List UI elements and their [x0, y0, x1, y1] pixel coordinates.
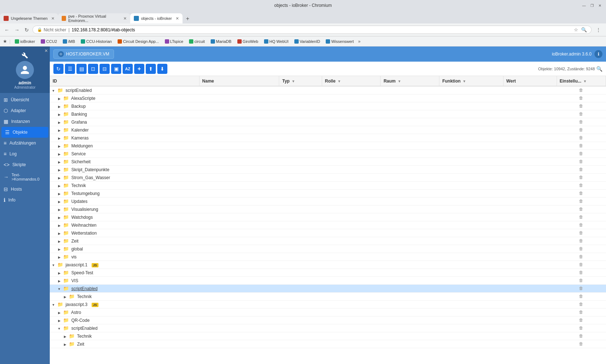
bookmark-variablenid[interactable]: VariablenID: [292, 39, 322, 44]
expand-row-btn[interactable]: ▶: [57, 192, 61, 196]
sidebar-item-skripte[interactable]: <> Skripte: [0, 159, 50, 170]
col-header-funktion[interactable]: Funktion ▼: [439, 76, 503, 86]
delete-button[interactable]: 🗑: [557, 221, 606, 229]
card-view-button[interactable]: ▤: [76, 64, 87, 74]
expand-row-btn[interactable]: ▶: [57, 97, 61, 101]
bookmark-imb[interactable]: iMB: [61, 39, 77, 44]
expand-row-btn[interactable]: ▶: [57, 168, 61, 172]
bookmark-giroweb[interactable]: GiroWeb: [235, 39, 260, 44]
sidebar-item-uebersicht[interactable]: ⊞ Übersicht: [0, 94, 50, 105]
sidebar-item-hosts[interactable]: ⊟ Hosts: [0, 184, 50, 195]
minimize-button[interactable]: —: [581, 3, 587, 8]
expand-row-btn[interactable]: ▶: [57, 279, 61, 283]
info-circle-icon[interactable]: ℹ: [594, 50, 602, 58]
bookmark-circuit[interactable]: Circuit Design App...: [115, 39, 161, 44]
delete-button[interactable]: 🗑: [557, 110, 606, 118]
sort-az-button[interactable]: AZ: [123, 64, 133, 74]
delete-button[interactable]: 🗑: [557, 102, 606, 110]
tab-proxmox[interactable]: pve - Proxmox Virtual Environm... ✕: [58, 13, 130, 23]
delete-button[interactable]: 🗑: [557, 284, 606, 292]
sidebar-item-info[interactable]: ℹ Info: [0, 195, 50, 205]
bookmark-historian[interactable]: CCU-Historian: [79, 39, 114, 44]
delete-button[interactable]: 🗑: [557, 142, 606, 150]
extensions-icon[interactable]: ⋮: [594, 26, 603, 34]
col-header-typ[interactable]: Typ ▼: [279, 76, 322, 86]
expand-row-btn[interactable]: ▶: [57, 239, 61, 244]
export-button[interactable]: ⬇: [157, 64, 167, 74]
delete-button[interactable]: 🗑: [557, 229, 606, 237]
url-box[interactable]: 🔒 Nicht sicher | 192.168.178.2:8081/#tab…: [32, 26, 592, 34]
delete-button[interactable]: 🗑: [557, 213, 606, 221]
bookmark-hqwebui[interactable]: HQ WebUI: [262, 39, 291, 44]
delete-button[interactable]: 🗑: [557, 173, 606, 181]
delete-button[interactable]: 🗑: [557, 261, 606, 268]
custom-view-button[interactable]: ▣: [111, 64, 121, 74]
delete-button[interactable]: 🗑: [557, 316, 606, 324]
delete-button[interactable]: 🗑: [557, 189, 606, 197]
delete-button[interactable]: 🗑: [557, 308, 606, 316]
expand-row-btn[interactable]: ▼: [57, 287, 61, 291]
expand-row-btn[interactable]: ▶: [57, 160, 61, 164]
delete-button[interactable]: 🗑: [557, 340, 606, 348]
expand-row-btn[interactable]: ▶: [63, 342, 67, 347]
delete-button[interactable]: 🗑: [557, 332, 606, 340]
expand-row-btn[interactable]: ▶: [57, 144, 61, 148]
expand-row-btn[interactable]: ▶: [57, 136, 61, 141]
bookmark-iobroker[interactable]: ioBroker: [13, 39, 37, 44]
bookmark-mariadb[interactable]: MariaDB: [208, 39, 234, 44]
expand-row-btn[interactable]: ▶: [57, 271, 61, 275]
sidebar-item-adapter[interactable]: ⬡ Adapter: [0, 105, 50, 116]
delete-button[interactable]: 🗑: [557, 150, 606, 157]
expand-row-btn[interactable]: ▼: [51, 89, 56, 93]
delete-button[interactable]: 🗑: [557, 237, 606, 245]
search-icon[interactable]: 🔍: [581, 27, 587, 32]
delete-button[interactable]: 🗑: [557, 268, 606, 276]
sidebar-item-text-kommandos[interactable]: → Text->Kommandos.0: [0, 170, 50, 184]
expand-row-btn[interactable]: ▶: [57, 128, 61, 133]
expand-row-btn[interactable]: ▶: [57, 223, 61, 228]
expand-row-btn[interactable]: ▶: [57, 105, 61, 109]
delete-button[interactable]: 🗑: [557, 324, 606, 332]
expand-row-btn[interactable]: ▼: [51, 263, 56, 267]
maximize-button[interactable]: ❐: [589, 3, 594, 8]
expand-row-btn[interactable]: ▶: [57, 176, 61, 180]
delete-button[interactable]: 🗑: [557, 94, 606, 102]
delete-button[interactable]: 🗑: [557, 86, 606, 94]
forward-button[interactable]: →: [13, 26, 21, 34]
expand-row-btn[interactable]: ▶: [57, 200, 61, 204]
delete-button[interactable]: 🗑: [557, 126, 606, 134]
close-button[interactable]: ✕: [597, 3, 602, 8]
new-tab-button[interactable]: +: [183, 14, 193, 23]
tab-themen[interactable]: Ungelesene Themen ✕: [0, 13, 58, 23]
tab-objects[interactable]: objects - ioBroker ✕: [130, 13, 183, 23]
add-button[interactable]: +: [134, 64, 144, 74]
tab-close-button[interactable]: ✕: [51, 16, 54, 21]
col-header-id[interactable]: ID: [50, 76, 199, 86]
bookmarks-more-icon[interactable]: »: [358, 39, 361, 44]
bookmarks-star-icon[interactable]: ★: [3, 39, 7, 44]
col-header-name[interactable]: Name: [199, 76, 279, 86]
tab-close-button[interactable]: ✕: [176, 16, 179, 21]
expand-row-btn[interactable]: ▶: [57, 112, 61, 117]
delete-button[interactable]: 🗑: [557, 276, 606, 284]
sidebar-item-objekte[interactable]: ☰ Objekte: [1, 127, 48, 138]
expand-row-btn[interactable]: ▶: [57, 208, 61, 212]
window-controls[interactable]: — ❐ ✕: [581, 3, 602, 8]
refresh-button[interactable]: ↻: [53, 64, 63, 74]
import-button[interactable]: ⬆: [146, 64, 156, 74]
delete-button[interactable]: 🗑: [557, 165, 606, 173]
expand-row-btn[interactable]: ▶: [57, 247, 61, 252]
list-view-button[interactable]: ☰: [65, 64, 75, 74]
expand-row-btn[interactable]: ▶: [57, 311, 61, 315]
reload-button[interactable]: ↻: [23, 26, 30, 34]
bookmark-wissenswert[interactable]: Wissenswert: [324, 39, 356, 44]
expand-button[interactable]: ⊡: [88, 64, 98, 74]
col-header-rolle[interactable]: Rolle ▼: [322, 76, 381, 86]
expand-row-btn[interactable]: ▶: [57, 216, 61, 220]
settings-tool[interactable]: [19, 50, 30, 61]
collapse-button[interactable]: ⊟: [100, 64, 110, 74]
expand-row-btn[interactable]: ▶: [57, 231, 61, 236]
delete-button[interactable]: 🗑: [557, 118, 606, 126]
expand-row-btn[interactable]: ▶: [57, 319, 61, 323]
delete-button[interactable]: 🗑: [557, 292, 606, 300]
